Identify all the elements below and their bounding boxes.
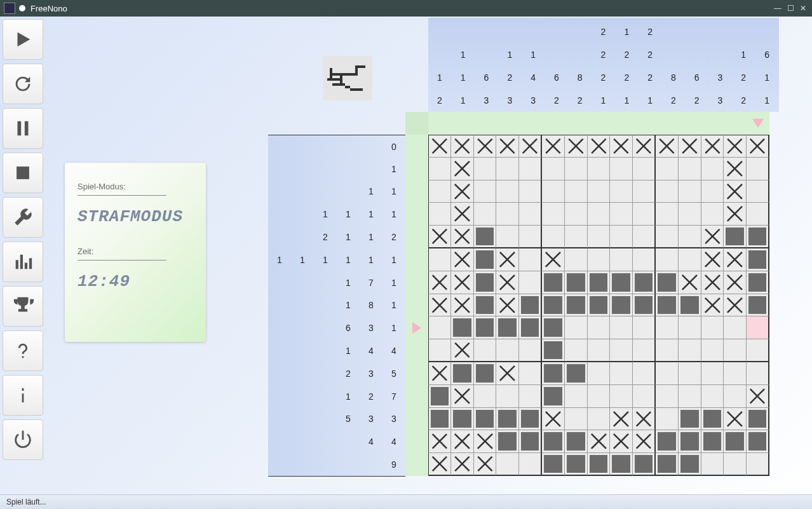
grid-cell[interactable] (633, 316, 656, 339)
grid-cell[interactable] (542, 430, 565, 453)
grid-cell[interactable] (679, 203, 701, 226)
grid-cell[interactable] (428, 339, 451, 362)
grid-cell[interactable] (588, 203, 611, 226)
grid-cell[interactable] (656, 294, 679, 317)
grid-cell[interactable] (519, 339, 542, 362)
grid-cell[interactable] (747, 271, 769, 294)
maximize-button[interactable]: ☐ (785, 3, 795, 13)
grid-cell[interactable] (519, 408, 542, 431)
grid-cell[interactable] (474, 362, 497, 385)
grid-cell[interactable] (519, 180, 542, 203)
grid-cell[interactable] (610, 430, 633, 453)
grid-cell[interactable] (519, 135, 542, 158)
grid-cell[interactable] (701, 339, 724, 362)
help-button[interactable] (3, 330, 43, 371)
grid-cell[interactable] (496, 248, 519, 271)
grid-cell[interactable] (747, 316, 769, 339)
grid-cell[interactable] (542, 180, 565, 203)
grid-cell[interactable] (610, 226, 633, 248)
minimize-button[interactable]: — (773, 3, 783, 13)
grid-cell[interactable] (542, 271, 565, 294)
grid-cell[interactable] (428, 180, 451, 203)
restart-button[interactable] (3, 64, 43, 104)
grid-cell[interactable] (451, 316, 474, 339)
grid-cell[interactable] (565, 385, 588, 408)
grid-cell[interactable] (519, 294, 542, 317)
grid-cell[interactable] (633, 180, 656, 203)
grid-cell[interactable] (633, 362, 656, 385)
grid-cell[interactable] (679, 453, 701, 476)
grid-cell[interactable] (610, 339, 633, 362)
grid-cell[interactable] (747, 226, 769, 248)
grid-cell[interactable] (724, 385, 747, 408)
grid-cell[interactable] (474, 453, 497, 476)
grid-cell[interactable] (701, 408, 724, 431)
grid-cell[interactable] (542, 339, 565, 362)
grid-cell[interactable] (679, 248, 701, 271)
grid-cell[interactable] (747, 453, 769, 476)
grid-cell[interactable] (724, 294, 747, 317)
grid-cell[interactable] (496, 135, 519, 158)
grid-cell[interactable] (451, 453, 474, 476)
grid-cell[interactable] (428, 271, 451, 294)
grid-cell[interactable] (610, 271, 633, 294)
grid-cell[interactable] (724, 203, 747, 226)
grid-cell[interactable] (451, 180, 474, 203)
grid-cell[interactable] (610, 408, 633, 431)
grid-cell[interactable] (474, 430, 497, 453)
grid-cell[interactable] (428, 408, 451, 431)
grid-cell[interactable] (724, 226, 747, 248)
grid-cell[interactable] (519, 316, 542, 339)
grid-cell[interactable] (542, 362, 565, 385)
grid-cell[interactable] (519, 430, 542, 453)
grid-cell[interactable] (588, 362, 611, 385)
grid-cell[interactable] (474, 248, 497, 271)
grid-cell[interactable] (679, 135, 701, 158)
grid-cell[interactable] (588, 339, 611, 362)
grid-cell[interactable] (565, 135, 588, 158)
grid-cell[interactable] (724, 316, 747, 339)
grid-cell[interactable] (542, 158, 565, 180)
grid-cell[interactable] (679, 339, 701, 362)
grid-cell[interactable] (519, 158, 542, 180)
grid-cell[interactable] (588, 180, 611, 203)
grid-cell[interactable] (428, 362, 451, 385)
grid-cell[interactable] (565, 180, 588, 203)
grid-cell[interactable] (496, 339, 519, 362)
grid-cell[interactable] (474, 271, 497, 294)
grid-cell[interactable] (724, 158, 747, 180)
grid-cell[interactable] (724, 248, 747, 271)
grid-cell[interactable] (519, 226, 542, 248)
grid-cell[interactable] (474, 408, 497, 431)
grid-cell[interactable] (451, 430, 474, 453)
stats-button[interactable] (3, 241, 43, 282)
grid-cell[interactable] (496, 430, 519, 453)
grid-cell[interactable] (747, 294, 769, 317)
grid-cell[interactable] (633, 158, 656, 180)
grid-cell[interactable] (679, 180, 701, 203)
grid-cell[interactable] (428, 248, 451, 271)
grid-cell[interactable] (633, 203, 656, 226)
grid-cell[interactable] (588, 271, 611, 294)
grid-cell[interactable] (656, 385, 679, 408)
grid-cell[interactable] (565, 271, 588, 294)
grid-cell[interactable] (633, 339, 656, 362)
grid-cell[interactable] (747, 248, 769, 271)
grid-cell[interactable] (565, 362, 588, 385)
grid-cell[interactable] (747, 430, 769, 453)
grid-cell[interactable] (656, 339, 679, 362)
grid-cell[interactable] (496, 408, 519, 431)
grid-cell[interactable] (428, 226, 451, 248)
grid-cell[interactable] (633, 453, 656, 476)
grid-cell[interactable] (656, 248, 679, 271)
grid-cell[interactable] (747, 339, 769, 362)
grid-cell[interactable] (747, 135, 769, 158)
grid-cell[interactable] (565, 294, 588, 317)
grid-cell[interactable] (633, 294, 656, 317)
grid-cell[interactable] (633, 271, 656, 294)
grid-cell[interactable] (656, 180, 679, 203)
grid-cell[interactable] (428, 385, 451, 408)
grid-cell[interactable] (747, 158, 769, 180)
grid-cell[interactable] (428, 430, 451, 453)
grid-cell[interactable] (588, 453, 611, 476)
